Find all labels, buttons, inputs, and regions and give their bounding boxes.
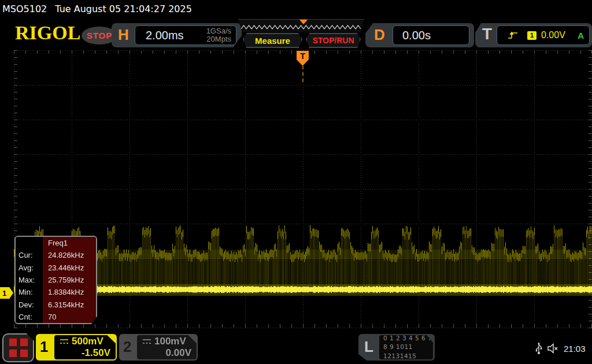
horizontal-panel[interactable]: H 2.00ms 1GSa/s 20Mpts xyxy=(112,23,242,47)
rising-edge-icon xyxy=(508,31,518,40)
channel2-settings-box: 100mV 0.00V xyxy=(137,335,197,359)
waveform-display-area: T 1 Freq1 Cur: 24.826kHz Avg: 23.446kHz … xyxy=(0,49,592,333)
status-bar: MSO5102 Tue August 05 21:04:27 2025 xyxy=(0,0,592,17)
trigger-position-dashed-line xyxy=(302,66,304,82)
usb-icon xyxy=(535,342,543,355)
measure-button[interactable]: Measure xyxy=(243,33,302,48)
meas-label: Cnt: xyxy=(16,311,43,323)
preview-trigger-position-icon[interactable] xyxy=(299,20,308,24)
trigger-panel[interactable]: T 1 0.00V A xyxy=(475,23,592,47)
delay-panel[interactable]: D 0.00s xyxy=(365,23,474,47)
logic-row2: 8 9 1011 12131415 xyxy=(383,343,433,360)
measurement-popup[interactable]: Freq1 Cur: 24.826kHz Avg: 23.446kHz Max:… xyxy=(14,236,97,324)
stop-run-button[interactable]: STOP/RUN xyxy=(306,33,361,48)
channel1-panel[interactable]: 1 500mV -1.50V xyxy=(36,334,117,361)
trigger-box[interactable]: 1 0.00V A xyxy=(497,25,590,45)
trigger-level-value: 0.00V xyxy=(541,30,565,40)
meas-value: 25.759kHz xyxy=(43,274,96,286)
channel2-scale: 100mV xyxy=(154,336,186,347)
meas-label: Cur: xyxy=(16,249,43,261)
clock: 21:03 xyxy=(564,344,586,354)
channel1-number: 1 xyxy=(40,338,48,356)
logic-channels-box: 0 1 2 3 4 5 6 7 8 9 1011 12131415 xyxy=(379,335,433,359)
sample-rate: 1GSa/s xyxy=(206,27,231,35)
channel1-settings-box: 500mV -1.50V xyxy=(54,335,116,359)
meas-value: 6.3154kHz xyxy=(43,298,96,310)
measurement-table: Freq1 Cur: 24.826kHz Avg: 23.446kHz Max:… xyxy=(16,237,96,323)
logic-row1: 0 1 2 3 4 5 6 7 xyxy=(383,334,433,343)
channel2-number: 2 xyxy=(123,338,131,356)
timebase-box[interactable]: 2.00ms 1GSa/s 20Mpts xyxy=(135,25,236,45)
channel1-offset-marker[interactable]: 1 xyxy=(0,287,13,299)
header-bar: RIGOL STOP H 2.00ms 1GSa/s 20Mpts Measur… xyxy=(0,17,592,49)
system-tray: 21:03 xyxy=(535,333,592,364)
delay-value: 0.00s xyxy=(402,29,431,42)
dc-coupling-icon xyxy=(142,339,151,344)
channel2-panel[interactable]: 2 100mV 0.00V xyxy=(119,334,198,361)
model-name: MSO5102 xyxy=(2,3,47,14)
trigger-label: T xyxy=(482,25,492,43)
channel1-scale: 500mV xyxy=(72,336,103,347)
meas-label: Min: xyxy=(16,286,43,298)
trigger-source-badge: 1 xyxy=(527,31,536,40)
rigol-logo: RIGOL xyxy=(15,22,80,44)
date-time: Tue August 05 21:04:27 2025 xyxy=(55,3,192,14)
delay-box[interactable]: 0.00s xyxy=(393,25,469,45)
grid-icon xyxy=(9,338,28,358)
measurement-title: Freq1 xyxy=(43,237,96,249)
horizontal-label: H xyxy=(118,26,129,44)
memory-depth: 20Mpts xyxy=(206,35,231,43)
logic-channels-panel[interactable]: L 0 1 2 3 4 5 6 7 8 9 1011 12131415 xyxy=(358,334,435,361)
speaker-muted-icon xyxy=(547,343,559,354)
acquisition-info: 1GSa/s 20Mpts xyxy=(206,27,231,44)
bottom-bar: 1 500mV -1.50V 2 xyxy=(0,333,592,364)
logic-label: L xyxy=(364,338,373,356)
meas-value: 70 xyxy=(43,311,96,323)
meas-label: Dev: xyxy=(16,298,43,310)
waveform-canvas xyxy=(14,49,592,333)
meas-label: Avg: xyxy=(16,262,43,274)
dc-coupling-icon xyxy=(60,339,69,344)
meas-value: 1.8384kHz xyxy=(43,286,96,298)
meas-value: 24.826kHz xyxy=(43,249,96,261)
oscilloscope-screen: MSO5102 Tue August 05 21:04:27 2025 RIGO… xyxy=(0,0,592,364)
meas-value: 23.446kHz xyxy=(43,262,96,274)
channel2-offset: 0.00V xyxy=(142,347,191,359)
timebase-value: 2.00ms xyxy=(146,29,184,42)
meas-label: Max: xyxy=(16,274,43,286)
channel1-offset: -1.50V xyxy=(60,347,110,359)
quick-menu-button[interactable] xyxy=(2,333,34,362)
trigger-mode-auto: A xyxy=(578,31,584,40)
delay-label: D xyxy=(374,26,385,44)
